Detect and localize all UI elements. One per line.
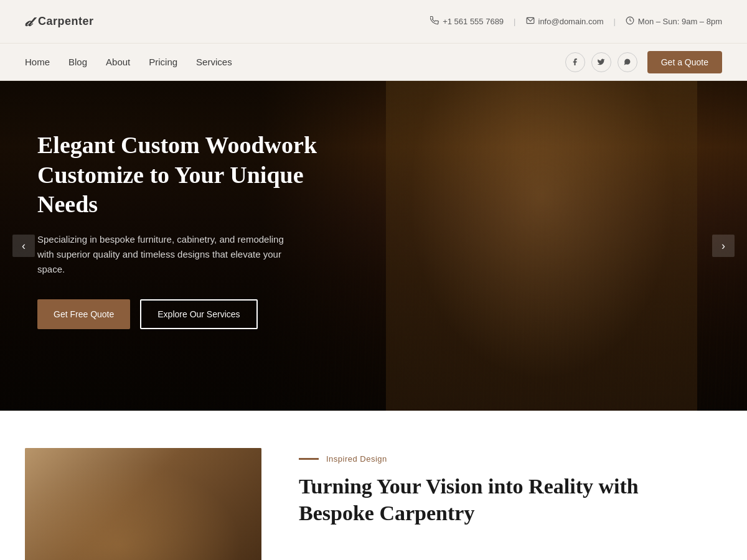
email-item: info@domain.com: [526, 16, 604, 27]
get-quote-button[interactable]: Get a Quote: [647, 51, 722, 73]
below-text: Inspired Design Turning Your Vision into…: [299, 448, 722, 526]
below-hero-section: Inspired Design Turning Your Vision into…: [0, 411, 747, 560]
nav-right: Get a Quote: [565, 51, 722, 73]
section-title-line2: Bespoke Carpentry: [299, 502, 474, 525]
twitter-icon[interactable]: [591, 52, 611, 72]
section-label: Inspired Design: [299, 454, 722, 464]
hours-item: Mon – Sun: 9am – 8pm: [626, 16, 722, 27]
email-icon: [526, 16, 535, 27]
hero-content: Elegant Custom Woodwork Customize to You…: [0, 81, 361, 379]
hero-title: Elegant Custom Woodwork Customize to You…: [37, 131, 324, 220]
whatsapp-icon[interactable]: [618, 52, 637, 72]
below-image-inner: [25, 448, 261, 560]
nav-about[interactable]: About: [106, 57, 130, 67]
nav-home[interactable]: Home: [25, 57, 50, 67]
logo[interactable]: 𝒹 Carpenter: [25, 14, 94, 30]
section-title-line1: Turning Your Vision into Reality with: [299, 475, 639, 498]
social-icons: [565, 52, 637, 72]
chevron-right-icon: ›: [721, 240, 725, 253]
nav-services[interactable]: Services: [196, 57, 232, 67]
logo-icon: 𝒹: [25, 14, 32, 30]
phone-icon: [430, 16, 439, 27]
get-free-quote-button[interactable]: Get Free Quote: [37, 299, 130, 329]
phone-number: +1 561 555 7689: [443, 17, 504, 26]
section-label-text: Inspired Design: [326, 454, 387, 464]
hero-person-image: [386, 81, 697, 411]
top-bar: 𝒹 Carpenter +1 561 555 7689 | info@domai…: [0, 0, 747, 44]
hero-section: Elegant Custom Woodwork Customize to You…: [0, 81, 747, 411]
nav-pricing[interactable]: Pricing: [149, 57, 177, 67]
hero-buttons: Get Free Quote Explore Our Services: [37, 299, 324, 329]
nav-links: Home Blog About Pricing Services: [25, 57, 232, 67]
chevron-left-icon: ‹: [22, 240, 26, 253]
logo-text: Carpenter: [38, 15, 94, 28]
section-title: Turning Your Vision into Reality with Be…: [299, 474, 722, 526]
hero-prev-arrow[interactable]: ‹: [12, 235, 35, 257]
business-hours: Mon – Sun: 9am – 8pm: [638, 17, 722, 26]
contact-info: +1 561 555 7689 | info@domain.com | Mon …: [430, 16, 722, 27]
email-address: info@domain.com: [538, 17, 604, 26]
facebook-icon[interactable]: [565, 52, 585, 72]
clock-icon: [626, 16, 634, 27]
hero-subtitle: Specializing in bespoke furniture, cabin…: [37, 232, 299, 277]
nav-bar: Home Blog About Pricing Services Get a Q…: [0, 44, 747, 81]
below-image: [25, 448, 261, 560]
phone-item: +1 561 555 7689: [430, 16, 504, 27]
section-label-line: [299, 458, 319, 460]
hero-next-arrow[interactable]: ›: [712, 235, 735, 257]
nav-blog[interactable]: Blog: [68, 57, 87, 67]
explore-services-button[interactable]: Explore Our Services: [140, 299, 257, 329]
